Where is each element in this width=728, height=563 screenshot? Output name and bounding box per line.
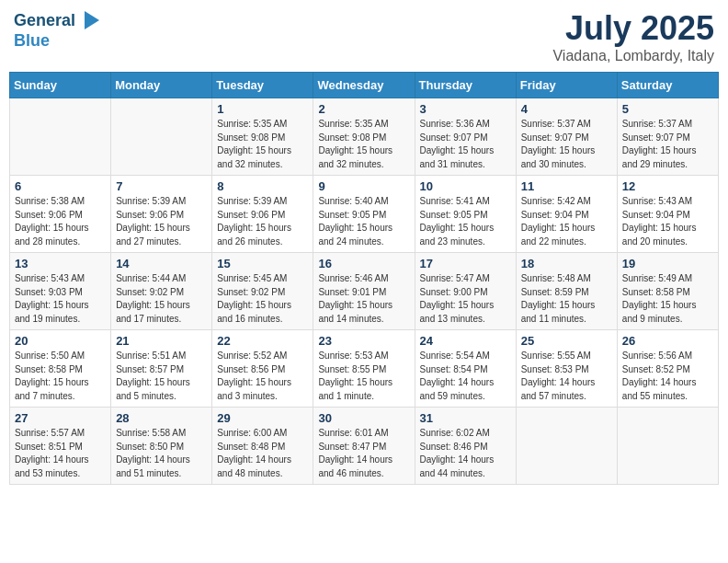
table-row: 3Sunrise: 5:36 AM Sunset: 9:07 PM Daylig… [415,98,516,176]
calendar-week-5: 27Sunrise: 5:57 AM Sunset: 8:51 PM Dayli… [10,408,719,485]
table-row: 30Sunrise: 6:01 AM Sunset: 8:47 PM Dayli… [313,408,415,485]
day-info: Sunrise: 5:45 AM Sunset: 9:02 PM Dayligh… [217,272,308,326]
day-info: Sunrise: 6:00 AM Sunset: 8:48 PM Dayligh… [217,427,308,480]
day-info: Sunrise: 5:54 AM Sunset: 8:54 PM Dayligh… [420,350,511,403]
day-number: 10 [420,179,511,193]
day-number: 28 [116,411,207,425]
day-info: Sunrise: 5:36 AM Sunset: 9:07 PM Dayligh… [420,118,511,171]
table-row [516,408,617,485]
day-number: 19 [622,257,713,270]
day-number: 12 [622,179,713,193]
day-info: Sunrise: 5:44 AM Sunset: 9:02 PM Dayligh… [116,272,207,326]
table-row: 22Sunrise: 5:52 AM Sunset: 8:56 PM Dayli… [212,330,313,408]
day-number: 18 [521,257,612,270]
table-row: 4Sunrise: 5:37 AM Sunset: 9:07 PM Daylig… [516,98,617,176]
table-row: 23Sunrise: 5:53 AM Sunset: 8:55 PM Dayli… [313,330,415,408]
day-number: 8 [217,179,308,193]
day-info: Sunrise: 5:42 AM Sunset: 9:04 PM Dayligh… [521,195,612,248]
day-info: Sunrise: 5:52 AM Sunset: 8:56 PM Dayligh… [217,350,308,403]
day-number: 29 [217,411,308,425]
table-row: 17Sunrise: 5:47 AM Sunset: 9:00 PM Dayli… [415,253,516,330]
table-row: 7Sunrise: 5:39 AM Sunset: 9:06 PM Daylig… [111,176,212,253]
logo-text: General [14,12,75,30]
day-info: Sunrise: 5:51 AM Sunset: 8:57 PM Dayligh… [116,350,207,403]
day-info: Sunrise: 6:01 AM Sunset: 8:47 PM Dayligh… [318,427,409,480]
table-row: 6Sunrise: 5:38 AM Sunset: 9:06 PM Daylig… [10,176,111,253]
day-info: Sunrise: 5:43 AM Sunset: 9:04 PM Dayligh… [622,195,713,248]
table-row: 24Sunrise: 5:54 AM Sunset: 8:54 PM Dayli… [415,330,516,408]
day-info: Sunrise: 5:55 AM Sunset: 8:53 PM Dayligh… [521,350,612,403]
day-number: 17 [420,257,511,270]
day-number: 7 [116,179,207,193]
day-info: Sunrise: 5:49 AM Sunset: 8:58 PM Dayligh… [622,272,713,326]
day-number: 9 [318,179,409,193]
svg-marker-0 [85,11,99,29]
day-info: Sunrise: 5:53 AM Sunset: 8:55 PM Dayligh… [318,350,409,403]
day-info: Sunrise: 5:57 AM Sunset: 8:51 PM Dayligh… [15,427,106,480]
day-info: Sunrise: 5:56 AM Sunset: 8:52 PM Dayligh… [622,350,713,403]
table-row: 2Sunrise: 5:35 AM Sunset: 9:08 PM Daylig… [313,98,415,176]
day-number: 23 [318,334,409,348]
day-number: 13 [15,257,106,270]
day-number: 24 [420,334,511,348]
calendar-week-1: 1Sunrise: 5:35 AM Sunset: 9:08 PM Daylig… [10,98,719,176]
table-row: 29Sunrise: 6:00 AM Sunset: 8:48 PM Dayli… [212,408,313,485]
day-number: 26 [622,334,713,348]
header-friday: Friday [516,73,617,98]
day-number: 1 [217,102,308,116]
calendar-table: Sunday Monday Tuesday Wednesday Thursday… [9,72,719,485]
table-row: 13Sunrise: 5:43 AM Sunset: 9:03 PM Dayli… [10,253,111,330]
day-info: Sunrise: 5:58 AM Sunset: 8:50 PM Dayligh… [116,427,207,480]
table-row: 18Sunrise: 5:48 AM Sunset: 8:59 PM Dayli… [516,253,617,330]
day-number: 3 [420,102,511,116]
day-info: Sunrise: 5:35 AM Sunset: 9:08 PM Dayligh… [217,118,308,171]
table-row: 26Sunrise: 5:56 AM Sunset: 8:52 PM Dayli… [617,330,718,408]
header-monday: Monday [111,73,212,98]
table-row: 5Sunrise: 5:37 AM Sunset: 9:07 PM Daylig… [617,98,718,176]
day-number: 27 [15,411,106,425]
day-number: 5 [622,102,713,116]
day-number: 6 [15,179,106,193]
table-row: 25Sunrise: 5:55 AM Sunset: 8:53 PM Dayli… [516,330,617,408]
day-number: 22 [217,334,308,348]
calendar-title: July 2025 [552,9,714,48]
table-row: 16Sunrise: 5:46 AM Sunset: 9:01 PM Dayli… [313,253,415,330]
header-tuesday: Tuesday [212,73,313,98]
table-row: 27Sunrise: 5:57 AM Sunset: 8:51 PM Dayli… [10,408,111,485]
day-number: 16 [318,257,409,270]
table-row [617,408,718,485]
table-row: 21Sunrise: 5:51 AM Sunset: 8:57 PM Dayli… [111,330,212,408]
day-number: 21 [116,334,207,348]
table-row: 8Sunrise: 5:39 AM Sunset: 9:06 PM Daylig… [212,176,313,253]
calendar-week-2: 6Sunrise: 5:38 AM Sunset: 9:06 PM Daylig… [10,176,719,253]
calendar-header-row: Sunday Monday Tuesday Wednesday Thursday… [10,73,719,98]
day-number: 30 [318,411,409,425]
table-row: 15Sunrise: 5:45 AM Sunset: 9:02 PM Dayli… [212,253,313,330]
day-info: Sunrise: 5:37 AM Sunset: 9:07 PM Dayligh… [622,118,713,171]
day-info: Sunrise: 5:35 AM Sunset: 9:08 PM Dayligh… [318,118,409,171]
day-number: 2 [318,102,409,116]
header-sunday: Sunday [10,73,111,98]
calendar-week-3: 13Sunrise: 5:43 AM Sunset: 9:03 PM Dayli… [10,253,719,330]
day-number: 20 [15,334,106,348]
calendar-week-4: 20Sunrise: 5:50 AM Sunset: 8:58 PM Dayli… [10,330,719,408]
day-info: Sunrise: 5:39 AM Sunset: 9:06 PM Dayligh… [217,195,308,248]
table-row [111,98,212,176]
day-number: 14 [116,257,207,270]
table-row: 14Sunrise: 5:44 AM Sunset: 9:02 PM Dayli… [111,253,212,330]
day-number: 25 [521,334,612,348]
day-number: 31 [420,411,511,425]
header-thursday: Thursday [415,73,516,98]
table-row: 28Sunrise: 5:58 AM Sunset: 8:50 PM Dayli… [111,408,212,485]
day-info: Sunrise: 5:40 AM Sunset: 9:05 PM Dayligh… [318,195,409,248]
table-row: 9Sunrise: 5:40 AM Sunset: 9:05 PM Daylig… [313,176,415,253]
table-row: 20Sunrise: 5:50 AM Sunset: 8:58 PM Dayli… [10,330,111,408]
header-wednesday: Wednesday [313,73,415,98]
day-info: Sunrise: 5:37 AM Sunset: 9:07 PM Dayligh… [521,118,612,171]
table-row: 31Sunrise: 6:02 AM Sunset: 8:46 PM Dayli… [415,408,516,485]
table-row: 19Sunrise: 5:49 AM Sunset: 8:58 PM Dayli… [617,253,718,330]
page-header: General Blue July 2025 Viadana, Lombardy… [9,9,719,64]
day-info: Sunrise: 6:02 AM Sunset: 8:46 PM Dayligh… [420,427,511,480]
day-info: Sunrise: 5:46 AM Sunset: 9:01 PM Dayligh… [318,272,409,326]
title-block: July 2025 Viadana, Lombardy, Italy [552,9,714,64]
